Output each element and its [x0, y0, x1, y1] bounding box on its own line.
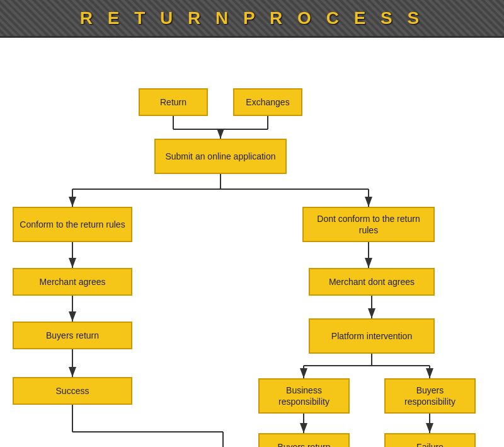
not-conform-box: Dont conform to the return rules [302, 207, 435, 242]
failure-box: Failure [384, 433, 476, 447]
return-box: Return [139, 88, 208, 116]
diagram: Return Exchanges Submit an online applic… [0, 38, 504, 447]
merchant-agrees-box: Merchant agrees [13, 268, 132, 296]
business-resp-box: Business responsibility [258, 378, 350, 414]
buyers-resp-box: Buyers responsibility [384, 378, 476, 414]
conform-box: Conform to the return rules [13, 207, 132, 242]
success-box: Success [13, 377, 132, 405]
exchanges-box: Exchanges [233, 88, 302, 116]
merchant-dont-box: Merchant dont agrees [309, 268, 435, 296]
header-title: R E T U R N P R O C E S S [80, 8, 424, 28]
platform-box: Platform intervention [309, 318, 435, 354]
header: R E T U R N P R O C E S S [0, 0, 504, 38]
buyers-return-left-box: Buyers return [13, 322, 132, 349]
submit-box: Submit an online application [154, 139, 287, 174]
buyers-return-mid-box: Buyers return [258, 433, 350, 447]
